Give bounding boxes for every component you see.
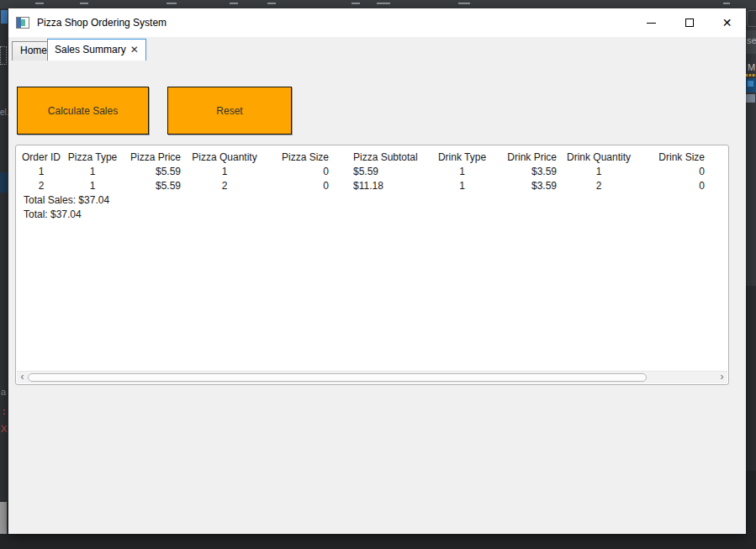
column-header: Pizza Quantity [182, 150, 267, 165]
ide-text-fragment: M [748, 62, 755, 72]
cell-drink-quantity: 2 [558, 179, 639, 193]
total-line: Total: $37.04 [16, 208, 728, 222]
cell-pizza-subtotal: $11.18 [332, 179, 426, 193]
cell-pizza-type: 1 [66, 165, 119, 179]
close-button[interactable]: ✕ [708, 8, 746, 37]
scrollbar-thumb[interactable] [28, 373, 647, 382]
table-header-row: Order ID Pizza Type Pizza Price Pizza Qu… [16, 150, 706, 165]
column-header: Drink Quantity [558, 150, 639, 165]
cell-pizza-size: 0 [267, 165, 332, 179]
horizontal-scrollbar[interactable]: ‹ › [17, 371, 727, 383]
tab-sales-summary-label: Sales Summary [55, 44, 126, 55]
titlebar[interactable]: Pizza Shop Ordering System ✕ [8, 8, 746, 37]
toolbar-fragment [458, 3, 470, 4]
cell-pizza-subtotal: $5.59 [332, 165, 426, 179]
minimize-button[interactable] [632, 8, 670, 37]
ide-selection-fragment [0, 172, 8, 193]
toolbar-fragment [352, 3, 360, 4]
toolbar-fragment [377, 3, 390, 4]
ide-toolbar-fragment [0, 0, 756, 8]
cell-order-id: 1 [16, 165, 66, 179]
cell-drink-type: 1 [426, 165, 498, 179]
column-header: Pizza Subtotal [332, 150, 426, 165]
ide-error-text-fragment: : [3, 406, 6, 416]
cell-pizza-price: $5.59 [119, 179, 182, 193]
total-sales-line: Total Sales: $37.04 [16, 193, 728, 208]
column-header: Drink Price [498, 150, 558, 165]
cell-drink-size: 0 [639, 179, 706, 193]
scroll-right-arrow-icon[interactable]: › [716, 372, 727, 383]
maximize-button[interactable] [670, 8, 708, 37]
close-icon: ✕ [722, 17, 732, 29]
cell-pizza-quantity: 2 [182, 179, 267, 193]
reset-button[interactable]: Reset [167, 87, 292, 135]
sales-table: Order ID Pizza Type Pizza Price Pizza Qu… [16, 150, 706, 193]
column-header: Drink Size [639, 150, 706, 165]
cell-pizza-quantity: 1 [182, 165, 267, 179]
app-icon-teal-bar [21, 19, 25, 26]
cell-order-id: 2 [16, 179, 66, 193]
app-window-icon [16, 17, 29, 29]
scroll-left-arrow-icon[interactable]: ‹ [17, 372, 28, 383]
column-header: Drink Type [426, 150, 498, 165]
toolbar-fragment [167, 3, 177, 4]
ide-text-fragment: se [747, 35, 756, 45]
tab-strip: Home Sales Summary✕ [8, 37, 746, 61]
window-controls: ✕ [632, 8, 746, 37]
ide-left-panel-fragment: el. a : X [0, 8, 8, 549]
column-header: Pizza Type [66, 150, 119, 165]
ide-text-fragment: a [1, 387, 6, 397]
minimize-icon [647, 23, 656, 24]
sales-summary-listbox[interactable]: Order ID Pizza Type Pizza Price Pizza Qu… [15, 145, 729, 385]
ide-icon-fragment [0, 46, 7, 65]
ide-button-fragment [747, 10, 756, 27]
window-title: Pizza Shop Ordering System [37, 8, 167, 37]
cell-drink-type: 1 [426, 179, 498, 193]
cell-pizza-size: 0 [267, 179, 332, 193]
folder-icon [746, 94, 755, 103]
ide-solution-explorer-fragment: se M [746, 8, 756, 549]
cell-drink-price: $3.59 [498, 179, 558, 193]
tab-close-icon[interactable]: ✕ [130, 40, 139, 60]
ide-branch-icon-fragment [746, 74, 756, 77]
ide-icon-fragment [1, 10, 8, 24]
ide-panel-fragment [746, 286, 756, 471]
cell-drink-quantity: 1 [558, 165, 639, 179]
ide-class-icon-fragment [746, 78, 756, 92]
calculate-sales-button[interactable]: Calculate Sales [17, 87, 149, 135]
ide-error-text-fragment: X [1, 424, 7, 434]
table-row[interactable]: 1 1 $5.59 1 0 $5.59 1 $3.59 1 0 [16, 165, 706, 179]
cell-pizza-type: 1 [66, 179, 119, 193]
ide-bottom-panel-fragment [0, 534, 756, 549]
table-row[interactable]: 2 1 $5.59 2 0 $11.18 1 $3.59 2 0 [16, 179, 706, 193]
maximize-icon [685, 18, 694, 27]
column-header: Pizza Price [119, 150, 182, 165]
ide-text-fragment: el. [0, 108, 9, 117]
column-header: Pizza Size [267, 150, 332, 165]
column-header: Order ID [16, 150, 66, 165]
toolbar-fragment [35, 3, 44, 4]
toolbar-fragment [723, 3, 730, 4]
cell-pizza-price: $5.59 [119, 165, 182, 179]
toolbar-fragment [230, 3, 238, 4]
cell-drink-price: $3.59 [498, 165, 558, 179]
toolbar-fragment [267, 3, 276, 4]
desktop-background: el. a : X se M Pizza Shop Ordering Syste… [0, 0, 756, 549]
app-window: Pizza Shop Ordering System ✕ Home Sales … [8, 8, 746, 534]
toolbar-fragment [80, 3, 88, 4]
cell-drink-size: 0 [639, 165, 706, 179]
tab-sales-summary[interactable]: Sales Summary✕ [47, 39, 146, 61]
